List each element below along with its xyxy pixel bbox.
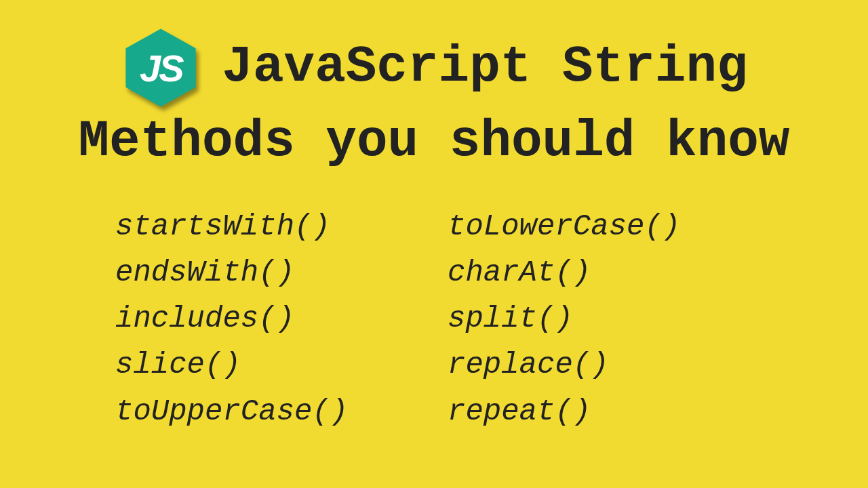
method-item: startsWith() [115,203,420,249]
method-item: replace() [448,342,753,388]
methods-columns: startsWith() endsWith() includes() slice… [27,203,841,434]
header: JS JavaScript String Methods you should … [27,27,841,169]
methods-column-left: startsWith() endsWith() includes() slice… [115,203,420,434]
method-item: slice() [115,342,420,388]
method-item: toLowerCase() [448,203,753,249]
method-item: split() [448,296,753,342]
method-item: repeat() [448,388,753,434]
method-item: toUpperCase() [115,388,420,434]
js-logo-icon: JS [120,27,201,108]
method-item: charAt() [448,249,753,296]
method-item: includes() [115,296,420,342]
js-logo-text: JS [120,27,201,108]
title-row-1: JS JavaScript String [27,27,841,108]
title-line-1: JavaScript String [222,41,747,95]
slide: JS JavaScript String Methods you should … [0,0,868,434]
method-item: endsWith() [115,249,420,296]
title-line-2: Methods you should know [27,115,841,169]
methods-column-right: toLowerCase() charAt() split() replace()… [448,203,753,434]
